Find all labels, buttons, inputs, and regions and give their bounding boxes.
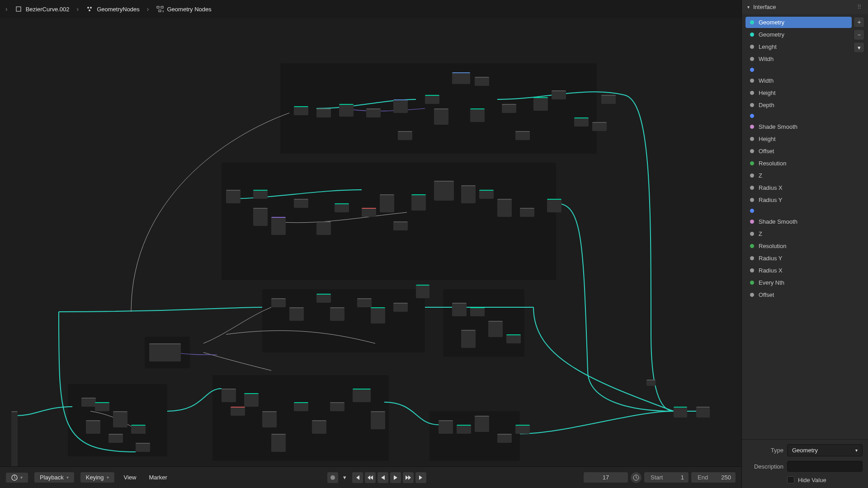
- node[interactable]: [353, 389, 371, 402]
- node[interactable]: [108, 434, 123, 443]
- node[interactable]: [547, 199, 561, 212]
- socket-specials-menu[interactable]: ▾: [854, 42, 864, 53]
- socket-row[interactable]: Shade Smooth: [745, 216, 852, 227]
- node[interactable]: [434, 181, 454, 201]
- chevron-down-icon[interactable]: ▾: [343, 474, 346, 481]
- node[interactable]: [335, 203, 349, 212]
- breadcrumb-nodetree[interactable]: 3 Geometry Nodes: [156, 5, 212, 13]
- view-menu[interactable]: View: [120, 472, 140, 483]
- node[interactable]: [362, 208, 376, 217]
- node[interactable]: [488, 321, 503, 337]
- node[interactable]: [434, 108, 448, 125]
- jump-keyframe-back-button[interactable]: [364, 472, 376, 483]
- node[interactable]: [520, 208, 534, 217]
- node[interactable]: [552, 90, 566, 99]
- node[interactable]: [461, 185, 476, 203]
- socket-row[interactable]: Width: [745, 75, 852, 86]
- node[interactable]: [231, 407, 245, 416]
- node[interactable]: [113, 411, 127, 427]
- node[interactable]: [452, 72, 470, 84]
- node[interactable]: [244, 393, 259, 407]
- socket-row[interactable]: Radius X: [745, 182, 852, 193]
- play-reverse-button[interactable]: [377, 472, 389, 483]
- socket-row[interactable]: Radius Y: [745, 194, 852, 206]
- node[interactable]: [271, 298, 286, 307]
- node[interactable]: [475, 77, 489, 86]
- socket-row[interactable]: Offset: [745, 145, 852, 157]
- node[interactable]: [398, 131, 412, 140]
- node[interactable]: [330, 307, 344, 321]
- node[interactable]: [95, 402, 109, 411]
- clock-icon[interactable]: [630, 472, 642, 483]
- node[interactable]: [439, 420, 453, 434]
- node[interactable]: [393, 99, 408, 113]
- node[interactable]: [497, 434, 512, 443]
- end-frame-field[interactable]: End 250: [691, 472, 736, 483]
- socket-row[interactable]: Radius X: [745, 265, 852, 276]
- node[interactable]: [497, 199, 512, 217]
- node[interactable]: [294, 106, 308, 115]
- node[interactable]: [470, 108, 485, 122]
- node[interactable]: [222, 389, 236, 402]
- node[interactable]: [316, 294, 331, 303]
- breadcrumb-object[interactable]: BezierCurve.002: [15, 5, 70, 13]
- editor-type-selector[interactable]: ▾: [5, 472, 28, 483]
- socket-row[interactable]: [745, 66, 852, 74]
- keying-menu[interactable]: Keying ▾: [80, 472, 115, 483]
- node[interactable]: [393, 221, 408, 230]
- node[interactable]: [457, 425, 471, 434]
- hide-value-checkbox[interactable]: [787, 476, 794, 483]
- socket-row[interactable]: Offset: [745, 289, 852, 300]
- node[interactable]: [371, 307, 385, 324]
- add-socket-button[interactable]: ＋: [854, 17, 864, 28]
- node[interactable]: [312, 420, 326, 434]
- node[interactable]: [294, 199, 308, 208]
- node[interactable]: [696, 407, 710, 418]
- socket-row[interactable]: Geometry: [745, 17, 852, 28]
- node[interactable]: [452, 303, 467, 316]
- socket-row[interactable]: Witdh: [745, 53, 852, 65]
- socket-row[interactable]: Radius Y: [745, 253, 852, 264]
- node[interactable]: [86, 420, 100, 434]
- node[interactable]: [357, 298, 372, 307]
- node[interactable]: [226, 190, 241, 203]
- socket-row[interactable]: Resolution: [745, 240, 852, 252]
- node[interactable]: [81, 398, 96, 407]
- node-editor-canvas[interactable]: [0, 18, 741, 466]
- socket-row[interactable]: Shade Smooth: [745, 121, 852, 132]
- auto-key-toggle[interactable]: [327, 472, 339, 483]
- node[interactable]: [131, 425, 146, 434]
- breadcrumb-modifier[interactable]: GeometryNodes: [86, 5, 140, 13]
- socket-row[interactable]: Every Nth: [745, 277, 852, 288]
- interface-panel-header[interactable]: ▾ Interface ⠿: [742, 0, 868, 14]
- node[interactable]: [515, 131, 530, 140]
- node[interactable]: [253, 208, 268, 226]
- node[interactable]: [316, 221, 331, 235]
- socket-row[interactable]: Depth: [745, 99, 852, 111]
- node[interactable]: [646, 380, 656, 386]
- jump-to-end-button[interactable]: [415, 472, 427, 483]
- node[interactable]: [502, 104, 516, 113]
- node[interactable]: [271, 217, 286, 235]
- node[interactable]: [475, 416, 489, 432]
- node[interactable]: [294, 402, 308, 411]
- socket-row[interactable]: Height: [745, 133, 852, 145]
- node[interactable]: [366, 108, 381, 117]
- node[interactable]: [461, 330, 476, 348]
- node[interactable]: [253, 190, 268, 199]
- node[interactable]: [330, 402, 344, 411]
- description-input[interactable]: [787, 461, 863, 472]
- node[interactable]: [601, 95, 616, 104]
- node[interactable]: [411, 194, 426, 211]
- node[interactable]: [339, 104, 354, 117]
- node[interactable]: [479, 190, 494, 199]
- group-input-node[interactable]: [11, 411, 18, 466]
- node[interactable]: [425, 95, 439, 104]
- node[interactable]: [674, 407, 687, 418]
- node[interactable]: [371, 411, 385, 429]
- node[interactable]: [393, 303, 408, 312]
- node[interactable]: [262, 411, 277, 427]
- start-frame-field[interactable]: Start 1: [644, 472, 689, 483]
- remove-socket-button[interactable]: －: [854, 29, 864, 40]
- node[interactable]: [416, 285, 429, 298]
